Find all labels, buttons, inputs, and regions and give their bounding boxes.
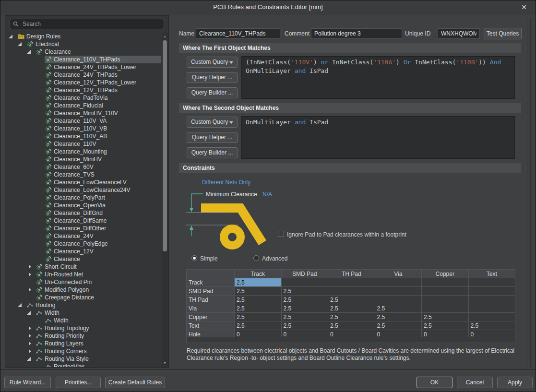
create-default-rules-button[interactable]: Create Default Rules [105, 377, 165, 388]
tree-item[interactable]: Clearance_12V [6, 248, 161, 255]
tree-item[interactable]: Clearance_Fiducial [6, 102, 161, 109]
matrix-cell[interactable] [422, 304, 469, 313]
tree-item[interactable]: Routing Corners [6, 347, 161, 355]
tree-item[interactable]: Clearance_MiniHV [6, 155, 161, 163]
matrix-cell[interactable]: 2.5 [235, 313, 282, 321]
matrix-cell[interactable]: 2.5 [375, 304, 422, 313]
scroll-up-icon[interactable]: ▲ [162, 34, 168, 39]
tree-item[interactable]: Clearance_PolyPart [6, 194, 161, 202]
tree-collapse-icon[interactable] [18, 303, 22, 307]
tree-item[interactable]: Clearance_24V_THPads [6, 71, 161, 79]
advanced-radio[interactable] [253, 255, 259, 261]
search-input[interactable] [22, 20, 161, 28]
tree-item[interactable]: Routing Layers [6, 340, 161, 347]
tree-expand-icon[interactable] [29, 349, 31, 353]
tree-item[interactable]: Clearance_LowClearance24V [6, 186, 161, 194]
first-query-helper-button[interactable]: Query Helper ... [187, 72, 238, 83]
tree-item[interactable]: Clearance_24V [6, 232, 161, 240]
matrix-cell[interactable] [468, 313, 515, 321]
matrix-cell[interactable]: 2.5 [422, 321, 469, 330]
tree-item[interactable]: Modified Polygon [6, 286, 161, 294]
tree-item[interactable]: Clearance_12V_THPads [6, 86, 161, 94]
matrix-cell[interactable] [375, 278, 422, 287]
tree-expand-icon[interactable] [29, 288, 31, 292]
tree-item[interactable]: Routing [6, 301, 161, 309]
tree-item[interactable]: Clearance_DiffGnd [6, 209, 161, 217]
simple-radio-label[interactable]: Simple [200, 255, 218, 262]
second-query-editor[interactable]: OnMultiLayer and IsPad [241, 116, 515, 159]
scrollbar-thumb[interactable] [163, 40, 167, 251]
tree-item[interactable]: Un-Routed Net [6, 271, 161, 278]
matrix-cell[interactable]: 2.5 [235, 287, 282, 296]
tree-item[interactable]: Routing Via Style [6, 355, 161, 363]
tree-expand-icon[interactable] [29, 326, 31, 330]
matrix-cell[interactable] [422, 287, 469, 296]
matrix-cell[interactable]: 2.5 [235, 296, 282, 304]
search-box[interactable] [10, 19, 164, 29]
tree-item[interactable]: Clearance_60V [6, 163, 161, 171]
matrix-cell[interactable] [422, 296, 469, 304]
first-query-builder-button[interactable]: Query Builder ... [187, 87, 238, 98]
tree-item[interactable]: Creepage Distance [6, 294, 161, 301]
matrix-cell[interactable] [468, 296, 515, 304]
matrix-cell[interactable]: 2.5 [468, 321, 515, 330]
ignore-pad-to-pad-checkbox[interactable] [278, 231, 284, 237]
tree-collapse-icon[interactable] [27, 50, 31, 54]
tree-scrollbar[interactable]: ▲ ▼ [162, 33, 168, 367]
advanced-radio-label[interactable]: Advanced [262, 255, 287, 262]
simple-radio[interactable] [191, 255, 197, 261]
matrix-cell[interactable] [468, 287, 515, 296]
second-match-scope-dropdown[interactable]: Custom Query [187, 117, 238, 128]
matrix-cell[interactable]: 2.5 [281, 296, 328, 304]
tree-item[interactable]: Electrical [6, 40, 161, 48]
tree-expand-icon[interactable] [29, 265, 31, 269]
tree-item[interactable]: Clearance_110V_VA [6, 117, 161, 125]
tree-item[interactable]: Short-Circuit [6, 263, 161, 271]
second-query-helper-button[interactable]: Query Helper ... [187, 132, 238, 143]
tree-item[interactable]: Design Rules [6, 33, 161, 40]
tree-item[interactable]: Clearance_PadToVia [6, 94, 161, 102]
unique-id-field[interactable] [438, 28, 480, 39]
matrix-cell[interactable] [281, 278, 328, 287]
tree-expand-icon[interactable] [29, 342, 31, 345]
first-query-editor[interactable]: (InNetClass('110V') or InNetClass('110A'… [241, 56, 515, 99]
test-queries-button[interactable]: Test Queries [484, 28, 522, 39]
tree-expand-icon[interactable] [29, 334, 31, 338]
priorities-button[interactable]: Priorities... [56, 377, 101, 388]
tree-item[interactable]: Clearance_MiniHV_110V [6, 109, 161, 117]
tree-item[interactable]: Clearance_PolyEdge [6, 240, 161, 248]
matrix-cell[interactable]: 2.5 [375, 313, 422, 321]
tree-item[interactable]: Clearance_DiffSame [6, 217, 161, 225]
apply-button[interactable]: Apply [497, 377, 533, 388]
matrix-cell[interactable]: 2.5 [235, 278, 282, 287]
tree-expand-icon[interactable] [29, 273, 31, 276]
matrix-cell[interactable]: 2.5 [328, 304, 375, 313]
different-nets-only-link[interactable]: Different Nets Only [202, 179, 250, 186]
tree-item[interactable]: Clearance_OpenVia [6, 202, 161, 209]
matrix-cell[interactable]: 2.5 [375, 321, 422, 330]
tree-item[interactable]: Width [6, 309, 161, 317]
tree-item[interactable]: Clearance_110V_VB [6, 125, 161, 132]
tree-item[interactable]: Clearance_DiffOther [6, 225, 161, 232]
tree-item[interactable]: Clearance_110V_THPads [6, 56, 161, 63]
rule-wizard-button[interactable]: Rule Wizard... [4, 377, 51, 388]
tree-item[interactable]: Routing Topology [6, 324, 161, 332]
tree-item[interactable]: Clearance_110V [6, 140, 161, 148]
matrix-cell[interactable]: 2.5 [235, 321, 282, 330]
tree-item[interactable]: Clearance [6, 255, 161, 263]
tree-item[interactable]: RoutingVias [6, 363, 161, 367]
matrix-cell[interactable] [328, 287, 375, 296]
matrix-cell[interactable] [375, 296, 422, 304]
second-query-builder-button[interactable]: Query Builder ... [187, 147, 238, 158]
tree-collapse-icon[interactable] [9, 35, 12, 38]
first-match-scope-dropdown[interactable]: Custom Query [187, 57, 238, 68]
tree-item[interactable]: Clearance_12V_THPads_Lower [6, 79, 161, 86]
cancel-button[interactable]: Cancel [457, 377, 493, 388]
matrix-cell[interactable] [375, 287, 422, 296]
comment-field[interactable] [311, 28, 402, 39]
name-field[interactable] [196, 28, 280, 39]
matrix-cell[interactable] [468, 304, 515, 313]
close-icon[interactable]: ✕ [521, 0, 527, 14]
tree-item[interactable]: Clearance_Mounting [6, 148, 161, 155]
tree-collapse-icon[interactable] [18, 42, 22, 46]
